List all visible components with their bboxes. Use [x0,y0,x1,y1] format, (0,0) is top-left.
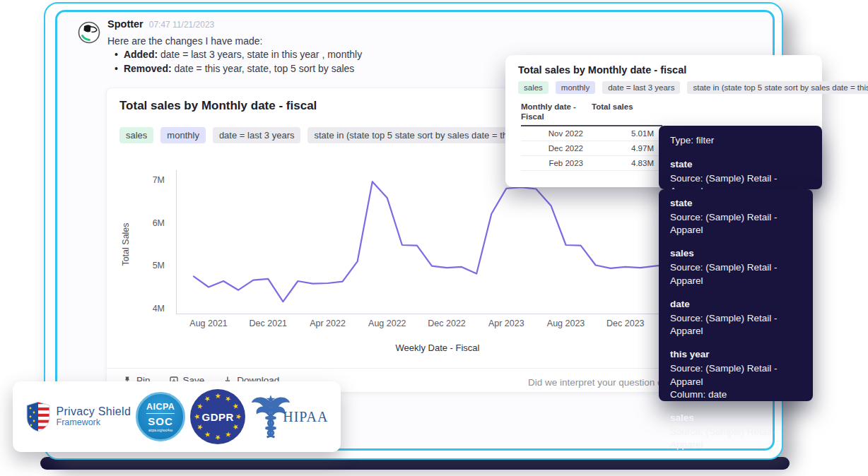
x-tick-label: Dec 2022 [428,319,466,328]
column-header-monthly-date: Monthly date - Fiscal [521,102,592,122]
dog-logo-icon [78,21,100,44]
table-header-row: Monthly date - Fiscal Total sales [521,102,662,126]
table-body: Nov 20225.01MDec 20224.97MFeb 20234.83M [521,126,662,171]
compliance-badges-card: Privacy Shield Framework AICPA SOC aicpa… [13,381,341,452]
removed-label: Removed: [124,63,172,74]
tooltip-entry: this yearSource: (Sample) Retail - Appar… [670,349,802,401]
privacy-shield-badge: Privacy Shield Framework [25,401,131,432]
y-axis-title: Total Sales [121,202,135,287]
gdpr-star-icon: ★ [195,402,204,411]
gdpr-star-icon: ★ [194,414,201,420]
y-tick-label: 7M [132,175,165,185]
x-tick-label: Dec 2023 [606,319,645,328]
gdpr-star-icon: ★ [235,414,242,420]
total-sales-line-series[interactable] [194,182,670,302]
x-tick-label: Aug 2021 [189,319,228,328]
x-tick-label: Aug 2022 [368,319,406,328]
answer-table: Monthly date - Fiscal Total sales Nov 20… [521,102,662,171]
gdpr-star-icon: ★ [215,434,221,441]
token-tooltip-top: Type: filter stateSource: (Sample) Retai… [659,126,822,189]
tooltip-entry: salesSource: (Sample) Retail - Apparel [670,248,802,287]
removed-text: date = this year, state, top 5 sort by s… [174,63,354,74]
removed-bullet: •Removed: date = this year, state, top 5… [115,63,354,74]
y-tick-label: 6M [132,218,165,228]
tooltip-entry-source: Source: (Sample) Retail - Apparel [670,312,802,338]
aicpa-label: AICPA [146,402,175,412]
gdpr-star-icon: ★ [223,430,233,439]
gdpr-label: GDPR [201,411,233,423]
gdpr-star-icon: ★ [231,422,240,432]
tooltip-entry-source: Source: (Sample) Retail - Apparel [670,211,802,237]
tooltip-entry-name: this year [670,349,802,359]
query-token[interactable]: date = last 3 years [602,81,680,94]
tooltip-entry-column: Column: date [670,388,802,401]
privacy-shield-icon [25,401,51,432]
cell-total-sales: 4.83M [583,159,654,167]
query-token[interactable]: sales [518,81,549,94]
tooltip-entry-name: date [670,299,802,309]
chart-title: Total sales by Monthly date - fiscal [119,99,317,113]
gdpr-star-icon: ★ [203,430,212,439]
hipaa-label: HIPAA [283,409,328,425]
table-row: Feb 20234.83M [521,156,662,171]
column-header-total-sales: Total sales [592,102,659,122]
aicpa-soc-badge: AICPA SOC aicpa.org/soc4so [136,392,185,441]
feedback-prompt: Did we interpret your question corre [528,377,679,388]
cell-monthly-date: Nov 2022 [521,129,583,138]
gdpr-badge: GDPR ★★★★★★★★★★★★ [190,389,245,444]
token-tooltip-bottom: stateSource: (Sample) Retail - Apparelsa… [659,189,813,401]
sender-name: Spotter [107,18,143,30]
x-tick-label: Aug 2023 [547,319,585,328]
tooltip-type-label: Type: filter [670,135,811,145]
tooltip-entry-source: Source: (Sample) Retail - Apparel [670,362,802,388]
gdpr-star-icon: ★ [195,422,204,432]
table-row: Dec 20224.97M [521,141,662,156]
hipaa-badge: HIPAA [250,393,328,440]
tooltip-entry-name: state [670,198,802,208]
bullet-dot: • [115,63,118,74]
query-token[interactable]: date = last 3 years [213,127,301,143]
x-tick-label: Apr 2022 [310,319,346,328]
gdpr-star-icon: ★ [231,402,240,411]
tooltip-entry-name: state [670,159,811,169]
screenshot-stage: Spotter07:47 11/21/2023 Here are the cha… [0,0,868,476]
privacy-shield-sublabel: Framework [57,418,131,428]
query-token[interactable]: monthly [160,127,206,143]
tooltip-entry: dateSource: (Sample) Retail - Apparel [670,299,802,338]
added-label: Added: [124,49,158,60]
table-row: Nov 20225.01M [521,126,662,141]
aicpa-url-label: aicpa.org/soc4so [148,429,172,432]
cell-monthly-date: Feb 2023 [521,159,583,167]
tooltip-entry: stateSource: (Sample) Retail - Apparel [670,198,802,237]
query-token[interactable]: state in (state top 5 state sort by sale… [687,81,868,94]
tooltip-entry-source: Source: (Sample) Retail - Apparel [670,426,802,451]
privacy-shield-label: Privacy Shield [57,405,131,418]
cell-total-sales: 4.97M [583,144,654,153]
tooltip-entry: salesSource: (Sample) Retail - Apparel [670,412,802,451]
query-token-row: salesmonthlydate = last 3 yearsstate in … [119,127,544,143]
message-intro: Here are the changes I have made: [107,35,262,47]
tooltip-entry-name: sales [670,248,802,258]
aicpa-divider [146,413,175,414]
tooltip-entry-source: Source: (Sample) Retail - Apparel [670,261,802,287]
bullet-dot: • [115,49,118,60]
cell-monthly-date: Dec 2022 [521,144,583,153]
soc-label: SOC [148,415,173,427]
spotter-avatar [78,21,100,44]
query-token[interactable]: monthly [556,81,595,94]
y-tick-label: 5M [132,261,165,270]
gdpr-star-icon: ★ [215,393,221,400]
popup-title: Total sales by Monthly date - fiscal [518,64,686,76]
x-tick-label: Apr 2023 [488,319,524,328]
cell-total-sales: 5.01M [583,129,654,138]
y-tick-label: 4M [132,304,165,314]
query-token[interactable]: sales [119,127,153,143]
popup-query-token-row: salesmonthlydate = last 3 yearsstate in … [518,81,868,94]
line-chart-plot[interactable] [176,166,675,316]
added-text: date = last 3 years, state in this year … [160,49,362,60]
added-bullet: •Added: date = last 3 years, state in th… [115,49,362,60]
x-tick-label: Dec 2021 [250,319,288,328]
gdpr-star-icon: ★ [223,394,233,403]
gdpr-star-icon: ★ [203,394,212,403]
tooltip-entry-name: sales [670,412,802,423]
